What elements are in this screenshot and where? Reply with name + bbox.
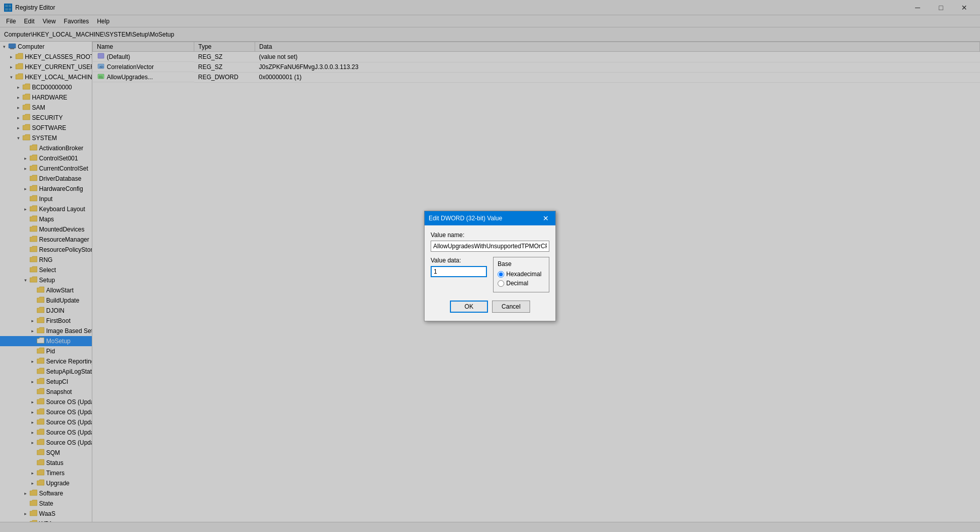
value-data-section: Value data:	[431, 257, 487, 292]
modal-data-row: Value data: Base Hexadecimal Decimal	[431, 257, 549, 292]
modal-dialog: Edit DWORD (32-bit) Value ✕ Value name: …	[424, 211, 556, 321]
modal-close-button[interactable]: ✕	[540, 213, 551, 224]
modal-title: Edit DWORD (32-bit) Value	[429, 215, 502, 222]
modal-overlay: Edit DWORD (32-bit) Value ✕ Value name: …	[0, 0, 980, 532]
base-section: Base Hexadecimal Decimal	[493, 257, 549, 292]
cancel-button[interactable]: Cancel	[492, 301, 530, 313]
modal-title-bar: Edit DWORD (32-bit) Value ✕	[425, 211, 555, 225]
hex-label: Hexadecimal	[506, 271, 541, 278]
value-name-label: Value name:	[431, 231, 549, 239]
modal-body: Value name: Value data: Base Hexadecimal	[425, 225, 555, 321]
value-data-input[interactable]	[431, 266, 487, 277]
ok-button[interactable]: OK	[450, 301, 488, 313]
dec-label: Decimal	[506, 280, 528, 287]
base-label: Base	[498, 260, 545, 268]
hex-radio[interactable]	[498, 271, 504, 278]
dec-radio-row: Decimal	[498, 280, 545, 287]
modal-buttons: OK Cancel	[431, 297, 549, 315]
dec-radio[interactable]	[498, 280, 504, 287]
value-name-input	[431, 241, 549, 252]
hex-radio-row: Hexadecimal	[498, 271, 545, 278]
value-data-label: Value data:	[431, 257, 487, 264]
